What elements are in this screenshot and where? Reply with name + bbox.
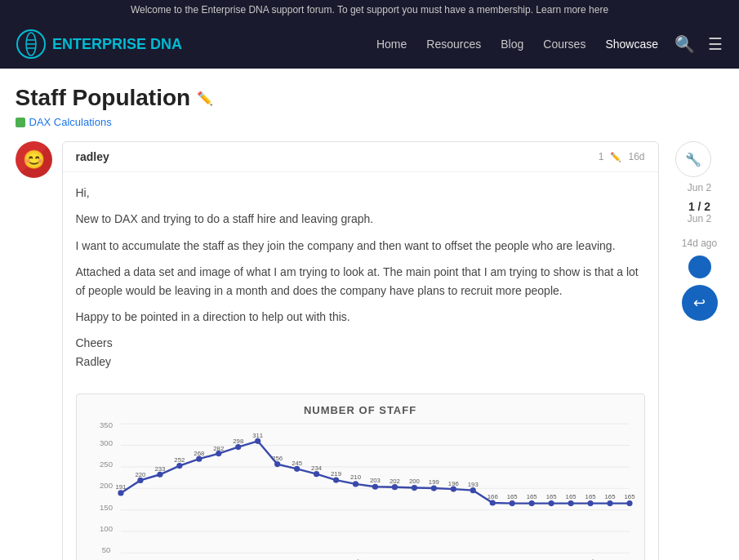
- data-point: [176, 463, 182, 469]
- svg-text:199: 199: [428, 479, 439, 487]
- chart-container: NUMBER OF STAFF 0 50 100 150 200 250 300…: [76, 393, 645, 560]
- sidebar-date1: Jun 2: [675, 182, 724, 193]
- body-line-5: Happy to be pointed in a direction to he…: [76, 308, 645, 326]
- post-meta: 1 ✏️ 16d: [599, 151, 645, 162]
- data-point: [587, 500, 593, 506]
- body-line-4: Attached a data set and image of what I …: [76, 263, 645, 300]
- nav-home[interactable]: Home: [376, 38, 407, 51]
- data-point: [411, 485, 416, 491]
- svg-text:219: 219: [331, 470, 341, 478]
- svg-text:165: 165: [624, 494, 634, 501]
- body-line-3: I want to accumulate the staff as they j…: [76, 237, 645, 255]
- page-title: Staff Population: [16, 85, 191, 111]
- data-point: [137, 478, 143, 483]
- reply-button[interactable]: ↩: [682, 285, 718, 321]
- post-header: radley 1 ✏️ 16d: [63, 142, 658, 172]
- chart-svg: 0 50 100 150 200 250 300 350: [87, 423, 634, 560]
- data-point: [294, 466, 300, 472]
- post-edit-icon: ✏️: [610, 152, 621, 162]
- svg-text:100: 100: [99, 524, 112, 533]
- post-age: 16d: [628, 151, 644, 162]
- svg-text:165: 165: [585, 494, 595, 501]
- nav-resources[interactable]: Resources: [426, 38, 481, 51]
- chart-title: NUMBER OF STAFF: [87, 404, 634, 416]
- logo-text: ENTERPRISE DNA: [52, 36, 182, 53]
- data-point: [157, 472, 162, 478]
- category-label: DAX Calculations: [29, 116, 112, 128]
- post-area: 😊 radley 1 ✏️ 16d Hi,: [16, 141, 659, 560]
- nav-icon-group: 🔍 ☰: [674, 34, 723, 54]
- data-point: [332, 478, 338, 483]
- tool-button[interactable]: 🔧: [675, 141, 711, 177]
- svg-text:50: 50: [101, 545, 110, 554]
- svg-text:250: 250: [99, 460, 112, 469]
- data-point: [274, 461, 280, 467]
- logo[interactable]: ENTERPRISE DNA: [16, 29, 182, 59]
- search-button[interactable]: 🔍: [674, 34, 695, 54]
- data-point: [196, 456, 202, 462]
- data-point: [626, 500, 632, 506]
- svg-text:233: 233: [154, 465, 165, 473]
- avatar-img: 😊: [16, 141, 52, 178]
- svg-text:210: 210: [350, 474, 362, 482]
- svg-text:191: 191: [115, 484, 126, 491]
- category-badge[interactable]: DAX Calculations: [16, 116, 112, 128]
- data-point: [528, 500, 534, 506]
- svg-text:252: 252: [174, 456, 185, 464]
- post-count-date: Jun 2: [675, 213, 724, 224]
- dna-icon: [16, 29, 46, 59]
- main-content: Staff Population ✏️ DAX Calculations 😊 r…: [2, 69, 737, 560]
- menu-button[interactable]: ☰: [708, 34, 723, 54]
- data-point: [509, 500, 514, 506]
- svg-text:150: 150: [99, 503, 112, 512]
- nav-links: Home Resources Blog Courses Showcase: [376, 38, 658, 51]
- svg-text:165: 165: [565, 494, 576, 501]
- svg-text:193: 193: [467, 481, 478, 488]
- nav-showcase[interactable]: Showcase: [605, 38, 658, 51]
- svg-text:165: 165: [545, 494, 556, 501]
- svg-text:245: 245: [292, 460, 302, 467]
- svg-text:350: 350: [99, 420, 112, 429]
- top-banner: Welcome to the Enterprise DNA support fo…: [0, 0, 739, 20]
- data-point: [313, 471, 318, 477]
- data-point: [548, 500, 554, 506]
- banner-text: Welcome to the Enterprise DNA support fo…: [131, 4, 608, 16]
- post-author: radley: [76, 150, 109, 163]
- data-point: [568, 500, 573, 506]
- edit-icon[interactable]: ✏️: [197, 91, 213, 106]
- data-point: [489, 500, 495, 506]
- svg-text:234: 234: [311, 464, 323, 472]
- sidebar: 🔧 Jun 2 1 / 2 Jun 2 14d ago ↩: [675, 141, 724, 560]
- svg-text:200: 200: [408, 478, 420, 485]
- body-line-1: Hi,: [76, 184, 645, 202]
- svg-text:311: 311: [252, 432, 263, 439]
- layout: 😊 radley 1 ✏️ 16d Hi,: [16, 141, 724, 560]
- svg-text:165: 165: [604, 494, 615, 501]
- data-point: [352, 481, 358, 487]
- nav-courses[interactable]: Courses: [543, 38, 585, 51]
- svg-text:202: 202: [389, 478, 399, 485]
- data-point: [470, 487, 475, 493]
- svg-text:220: 220: [135, 471, 146, 478]
- data-point: [430, 486, 436, 491]
- svg-text:200: 200: [99, 481, 112, 490]
- sidebar-ago: 14d ago: [675, 238, 724, 249]
- indicator-dot: [688, 256, 711, 278]
- avatar: 😊: [16, 141, 52, 178]
- navbar: ENTERPRISE DNA Home Resources Blog Cours…: [0, 20, 739, 69]
- post-body: Hi, New to DAX and trying to do a staff …: [63, 172, 658, 382]
- nav-blog[interactable]: Blog: [501, 38, 523, 51]
- svg-text:203: 203: [369, 477, 380, 484]
- post-count: 1 / 2: [675, 200, 724, 213]
- post-wrapper: 😊 radley 1 ✏️ 16d Hi,: [16, 141, 659, 560]
- svg-text:165: 165: [526, 494, 536, 501]
- data-point: [372, 484, 377, 490]
- svg-text:166: 166: [487, 494, 497, 501]
- body-line-2: New to DAX and trying to do a staff hire…: [76, 210, 645, 228]
- svg-text:196: 196: [447, 480, 458, 487]
- post-card: radley 1 ✏️ 16d Hi, New to DAX and tryin…: [62, 141, 659, 560]
- svg-text:282: 282: [213, 445, 224, 452]
- page-title-row: Staff Population ✏️: [16, 85, 724, 111]
- svg-text:300: 300: [99, 438, 112, 447]
- svg-text:268: 268: [194, 450, 204, 457]
